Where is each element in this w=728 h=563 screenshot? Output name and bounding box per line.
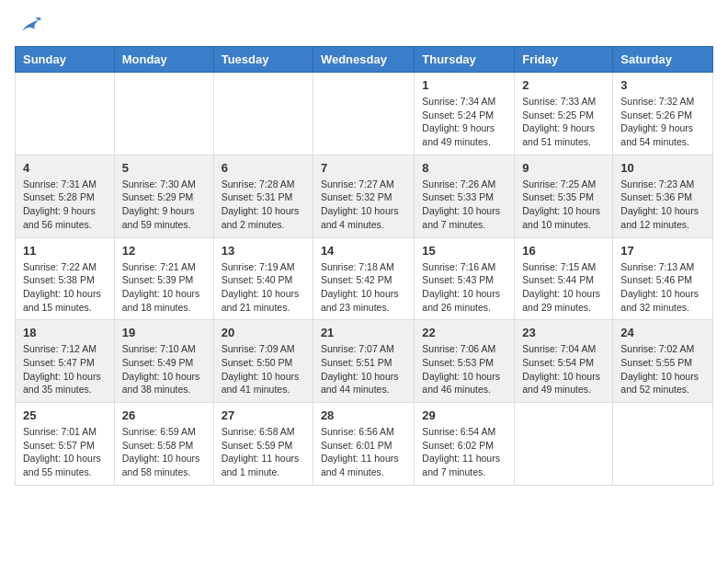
day-number: 29 bbox=[422, 408, 506, 422]
day-info: Sunrise: 7:32 AM Sunset: 5:26 PM Dayligh… bbox=[620, 95, 705, 149]
day-number: 7 bbox=[321, 161, 406, 175]
day-info: Sunrise: 7:34 AM Sunset: 5:24 PM Dayligh… bbox=[422, 95, 506, 149]
calendar-cell: 24Sunrise: 7:02 AM Sunset: 5:55 PM Dayli… bbox=[613, 320, 713, 403]
calendar-cell: 17Sunrise: 7:13 AM Sunset: 5:46 PM Dayli… bbox=[613, 237, 713, 320]
calendar-week-3: 11Sunrise: 7:22 AM Sunset: 5:38 PM Dayli… bbox=[16, 237, 713, 320]
day-number: 15 bbox=[422, 244, 506, 258]
day-number: 11 bbox=[23, 244, 107, 258]
calendar-cell: 11Sunrise: 7:22 AM Sunset: 5:38 PM Dayli… bbox=[16, 237, 115, 320]
weekday-header-sunday: Sunday bbox=[16, 47, 115, 73]
calendar-week-1: 1Sunrise: 7:34 AM Sunset: 5:24 PM Daylig… bbox=[16, 73, 713, 155]
day-info: Sunrise: 7:01 AM Sunset: 5:57 PM Dayligh… bbox=[23, 425, 107, 479]
day-number: 22 bbox=[422, 326, 506, 339]
calendar-cell: 10Sunrise: 7:23 AM Sunset: 5:36 PM Dayli… bbox=[613, 155, 713, 237]
calendar-cell: 28Sunrise: 6:56 AM Sunset: 6:01 PM Dayli… bbox=[313, 403, 414, 486]
day-number: 23 bbox=[522, 326, 605, 339]
calendar-week-5: 25Sunrise: 7:01 AM Sunset: 5:57 PM Dayli… bbox=[16, 403, 713, 486]
day-info: Sunrise: 7:16 AM Sunset: 5:43 PM Dayligh… bbox=[422, 260, 506, 315]
calendar-cell bbox=[16, 73, 115, 155]
calendar-table: SundayMondayTuesdayWednesdayThursdayFrid… bbox=[15, 46, 713, 486]
day-info: Sunrise: 7:22 AM Sunset: 5:38 PM Dayligh… bbox=[23, 260, 107, 315]
day-number: 27 bbox=[222, 408, 305, 422]
day-info: Sunrise: 7:25 AM Sunset: 5:35 PM Dayligh… bbox=[522, 178, 605, 232]
day-number: 16 bbox=[522, 244, 605, 258]
day-number: 18 bbox=[23, 326, 107, 339]
weekday-header-saturday: Saturday bbox=[613, 47, 713, 73]
calendar-cell bbox=[114, 73, 213, 155]
weekday-header-monday: Monday bbox=[114, 47, 213, 73]
weekday-header-friday: Friday bbox=[515, 47, 613, 73]
day-number: 12 bbox=[122, 244, 206, 258]
calendar-cell: 4Sunrise: 7:31 AM Sunset: 5:28 PM Daylig… bbox=[16, 155, 115, 237]
day-number: 4 bbox=[23, 161, 107, 175]
day-number: 17 bbox=[620, 244, 705, 258]
day-info: Sunrise: 7:19 AM Sunset: 5:40 PM Dayligh… bbox=[222, 260, 305, 315]
day-info: Sunrise: 7:02 AM Sunset: 5:55 PM Dayligh… bbox=[620, 342, 705, 396]
day-number: 8 bbox=[422, 161, 506, 175]
day-info: Sunrise: 7:26 AM Sunset: 5:33 PM Dayligh… bbox=[422, 178, 506, 232]
day-info: Sunrise: 6:56 AM Sunset: 6:01 PM Dayligh… bbox=[321, 425, 406, 479]
day-info: Sunrise: 7:13 AM Sunset: 5:46 PM Dayligh… bbox=[620, 260, 705, 315]
calendar-cell: 6Sunrise: 7:28 AM Sunset: 5:31 PM Daylig… bbox=[213, 155, 313, 237]
day-number: 3 bbox=[620, 78, 705, 92]
day-info: Sunrise: 6:54 AM Sunset: 6:02 PM Dayligh… bbox=[422, 425, 506, 479]
calendar-cell bbox=[613, 403, 713, 486]
day-info: Sunrise: 7:10 AM Sunset: 5:49 PM Dayligh… bbox=[122, 342, 206, 396]
calendar-cell: 27Sunrise: 6:58 AM Sunset: 5:59 PM Dayli… bbox=[213, 403, 313, 486]
day-info: Sunrise: 7:31 AM Sunset: 5:28 PM Dayligh… bbox=[23, 178, 107, 232]
calendar-cell: 16Sunrise: 7:15 AM Sunset: 5:44 PM Dayli… bbox=[515, 237, 613, 320]
calendar-cell: 1Sunrise: 7:34 AM Sunset: 5:24 PM Daylig… bbox=[415, 73, 515, 155]
calendar-cell: 3Sunrise: 7:32 AM Sunset: 5:26 PM Daylig… bbox=[613, 73, 713, 155]
day-number: 20 bbox=[222, 326, 305, 339]
calendar-cell: 2Sunrise: 7:33 AM Sunset: 5:25 PM Daylig… bbox=[515, 73, 613, 155]
calendar-cell bbox=[213, 73, 313, 155]
calendar-cell: 9Sunrise: 7:25 AM Sunset: 5:35 PM Daylig… bbox=[515, 155, 613, 237]
calendar-week-4: 18Sunrise: 7:12 AM Sunset: 5:47 PM Dayli… bbox=[16, 320, 713, 403]
calendar-week-2: 4Sunrise: 7:31 AM Sunset: 5:28 PM Daylig… bbox=[16, 155, 713, 237]
day-info: Sunrise: 7:04 AM Sunset: 5:54 PM Dayligh… bbox=[522, 342, 605, 396]
day-number: 21 bbox=[321, 326, 406, 339]
day-number: 5 bbox=[122, 161, 206, 175]
day-number: 2 bbox=[522, 78, 605, 92]
calendar-cell: 7Sunrise: 7:27 AM Sunset: 5:32 PM Daylig… bbox=[313, 155, 414, 237]
day-number: 1 bbox=[422, 78, 506, 92]
calendar-cell: 20Sunrise: 7:09 AM Sunset: 5:50 PM Dayli… bbox=[213, 320, 313, 403]
day-info: Sunrise: 7:15 AM Sunset: 5:44 PM Dayligh… bbox=[522, 260, 605, 315]
day-number: 9 bbox=[522, 161, 605, 175]
logo bbox=[15, 15, 42, 35]
day-info: Sunrise: 7:09 AM Sunset: 5:50 PM Dayligh… bbox=[222, 342, 305, 396]
day-number: 28 bbox=[321, 408, 406, 422]
day-number: 14 bbox=[321, 244, 406, 258]
day-info: Sunrise: 7:30 AM Sunset: 5:29 PM Dayligh… bbox=[122, 178, 206, 232]
day-info: Sunrise: 7:33 AM Sunset: 5:25 PM Dayligh… bbox=[522, 95, 605, 149]
day-info: Sunrise: 7:18 AM Sunset: 5:42 PM Dayligh… bbox=[321, 260, 406, 315]
day-number: 26 bbox=[122, 408, 206, 422]
calendar-cell: 13Sunrise: 7:19 AM Sunset: 5:40 PM Dayli… bbox=[213, 237, 313, 320]
day-number: 24 bbox=[620, 326, 705, 339]
calendar-cell: 25Sunrise: 7:01 AM Sunset: 5:57 PM Dayli… bbox=[16, 403, 115, 486]
day-number: 10 bbox=[620, 161, 705, 175]
calendar-cell bbox=[313, 73, 414, 155]
calendar-cell: 5Sunrise: 7:30 AM Sunset: 5:29 PM Daylig… bbox=[114, 155, 213, 237]
calendar-cell: 18Sunrise: 7:12 AM Sunset: 5:47 PM Dayli… bbox=[16, 320, 115, 403]
day-info: Sunrise: 7:12 AM Sunset: 5:47 PM Dayligh… bbox=[23, 342, 107, 396]
calendar-cell: 12Sunrise: 7:21 AM Sunset: 5:39 PM Dayli… bbox=[114, 237, 213, 320]
day-info: Sunrise: 7:07 AM Sunset: 5:51 PM Dayligh… bbox=[321, 342, 406, 396]
weekday-header-row: SundayMondayTuesdayWednesdayThursdayFrid… bbox=[16, 47, 713, 73]
day-info: Sunrise: 7:06 AM Sunset: 5:53 PM Dayligh… bbox=[422, 342, 506, 396]
calendar-cell bbox=[515, 403, 613, 486]
calendar-cell: 19Sunrise: 7:10 AM Sunset: 5:49 PM Dayli… bbox=[114, 320, 213, 403]
day-info: Sunrise: 7:28 AM Sunset: 5:31 PM Dayligh… bbox=[222, 178, 305, 232]
calendar-cell: 22Sunrise: 7:06 AM Sunset: 5:53 PM Dayli… bbox=[415, 320, 515, 403]
day-info: Sunrise: 7:21 AM Sunset: 5:39 PM Dayligh… bbox=[122, 260, 206, 315]
day-info: Sunrise: 7:23 AM Sunset: 5:36 PM Dayligh… bbox=[620, 178, 705, 232]
day-info: Sunrise: 7:27 AM Sunset: 5:32 PM Dayligh… bbox=[321, 178, 406, 232]
calendar-cell: 21Sunrise: 7:07 AM Sunset: 5:51 PM Dayli… bbox=[313, 320, 414, 403]
day-number: 6 bbox=[222, 161, 305, 175]
calendar-cell: 29Sunrise: 6:54 AM Sunset: 6:02 PM Dayli… bbox=[415, 403, 515, 486]
day-number: 25 bbox=[23, 408, 107, 422]
weekday-header-thursday: Thursday bbox=[415, 47, 515, 73]
day-number: 19 bbox=[122, 326, 206, 339]
calendar-cell: 26Sunrise: 6:59 AM Sunset: 5:58 PM Dayli… bbox=[114, 403, 213, 486]
day-info: Sunrise: 6:58 AM Sunset: 5:59 PM Dayligh… bbox=[222, 425, 305, 479]
